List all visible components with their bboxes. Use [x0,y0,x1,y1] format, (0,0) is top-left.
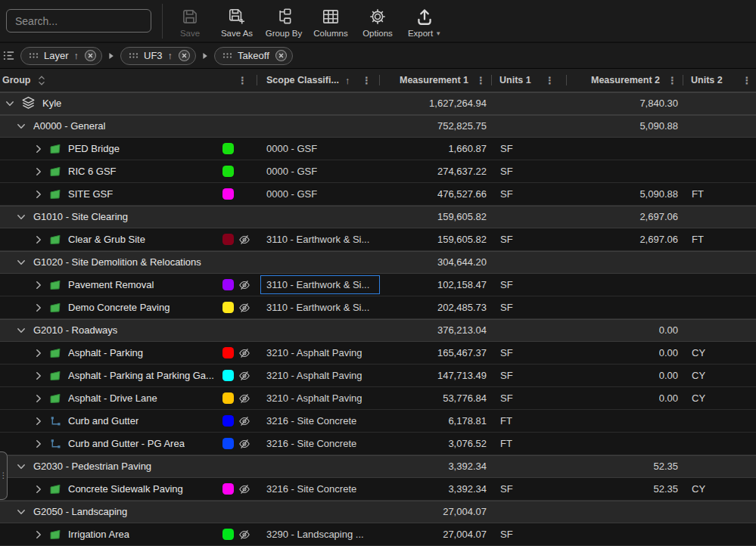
remove-chip-icon[interactable] [275,49,288,62]
color-swatch[interactable] [222,188,234,200]
column-header-group[interactable]: Group ⋮ [0,69,257,92]
eye-off-icon[interactable] [238,370,250,382]
table-row[interactable]: Asphalt - Parking3210 - Asphalt Paving16… [0,342,756,365]
column-header-scope[interactable]: Scope Classifi... ↑ ⋮ [257,69,380,92]
chevron-right-icon[interactable] [33,281,44,290]
color-swatch[interactable] [222,234,234,245]
table-row[interactable]: G2030 - Pedestrian Paving3,392.3452.35 [0,455,756,478]
color-swatch[interactable] [222,415,234,427]
remove-chip-icon[interactable] [84,49,97,62]
chevron-down-icon[interactable] [5,101,15,107]
column-header-measurement1[interactable]: Measurement 1 ⋮ [380,69,492,92]
color-swatch[interactable] [222,347,234,358]
scope-classification-cell[interactable]: 3210 - Asphalt Paving [257,387,380,409]
columns-button[interactable]: Columns [307,4,354,38]
group-chip-layer[interactable]: Layer↑ [20,47,102,65]
column-header-units1[interactable]: Units 1 ⋮ [492,69,567,92]
drag-handle-icon[interactable] [29,52,39,59]
color-swatch[interactable] [222,166,234,177]
color-swatch[interactable] [222,483,234,495]
table-row[interactable]: Asphalt - Parking at Parking Ga...3210 -… [0,365,756,387]
chevron-down-icon[interactable] [16,259,26,265]
chevron-right-icon[interactable] [33,530,44,539]
scope-classification-cell[interactable]: 0000 - GSF [257,138,380,160]
chevron-right-icon[interactable] [33,485,44,494]
table-row[interactable]: G1010 - Site Clearing159,605.822,697.06 [0,206,756,228]
chevron-down-icon[interactable] [16,327,26,333]
scope-classification-cell[interactable]: 3110 - Earthwork & Si... [257,228,380,250]
column-menu-icon[interactable]: ⋮ [543,76,557,85]
group-chip-uf3[interactable]: UF3↑ [120,47,196,65]
column-header-overflow[interactable]: ⋮ [738,69,756,92]
table-row[interactable]: Asphalt - Drive Lane3210 - Asphalt Pavin… [0,387,756,410]
chevron-right-icon[interactable] [33,190,44,199]
chevron-right-icon[interactable] [33,167,44,176]
save-button[interactable]: Save [166,4,213,38]
color-swatch[interactable] [222,392,234,404]
column-header-units2[interactable]: Units 2 [683,69,738,92]
table-row[interactable]: Pavement Removal3110 - Earthwork & Si...… [0,274,756,296]
sort-asc-icon[interactable]: ↑ [74,50,79,61]
column-menu-icon[interactable]: ⋮ [474,76,488,85]
color-swatch[interactable] [222,370,234,381]
column-menu-icon[interactable]: ⋮ [235,76,250,85]
chevron-right-icon[interactable] [33,235,44,244]
table-row[interactable]: Curb and Gutter3216 - Site Concrete6,178… [0,410,756,433]
drag-handle-icon[interactable] [222,52,232,59]
scope-classification-cell[interactable]: 3210 - Asphalt Paving [257,342,380,364]
color-swatch[interactable] [222,143,234,154]
side-panel-handle[interactable]: ⋮ [0,451,8,500]
table-row[interactable]: Curb and Gutter - PG Area3216 - Site Con… [0,433,756,455]
eye-off-icon[interactable] [238,279,250,291]
column-header-measurement2[interactable]: Measurement 2 ⋮ [567,69,683,92]
table-row[interactable]: G1020 - Site Demolition & Relocations304… [0,251,756,274]
group-chip-takeoff[interactable]: Takeoff [214,47,293,65]
table-row[interactable]: Irrigation Area3290 - Landscaping ...27,… [0,523,756,546]
chevron-down-icon[interactable] [16,464,26,470]
scope-classification-cell[interactable]: 3216 - Site Concrete [257,410,380,432]
table-row[interactable]: Clear & Grub Site3110 - Earthwork & Si..… [0,228,756,251]
eye-off-icon[interactable] [238,234,250,246]
scope-classification-cell[interactable]: 3216 - Site Concrete [257,478,380,500]
scope-classification-cell[interactable]: 3290 - Landscaping ... [257,523,380,545]
eye-off-icon[interactable] [238,529,250,541]
color-swatch[interactable] [222,529,234,540]
chevron-right-icon[interactable] [33,371,44,380]
group-by-button[interactable]: Group By [260,4,307,38]
color-swatch[interactable] [222,279,234,290]
drag-handle-icon[interactable] [129,52,138,59]
scope-classification-cell[interactable]: 0000 - GSF [257,160,380,182]
chevron-right-icon[interactable] [33,439,44,448]
scope-classification-cell[interactable]: 3210 - Asphalt Paving [257,365,380,386]
table-row[interactable]: PED Bridge0000 - GSF1,660.87SF [0,138,756,160]
options-button[interactable]: Options [354,4,401,38]
column-menu-icon[interactable]: ⋮ [740,76,754,85]
export-button[interactable]: Export▼ [401,4,448,38]
eye-off-icon[interactable] [238,438,250,450]
search-input[interactable] [6,9,151,33]
table-row[interactable]: Concrete Sidewalk Paving3216 - Site Conc… [0,478,756,501]
column-menu-icon[interactable]: ⋮ [359,76,374,85]
table-row[interactable]: G2010 - Roadways376,213.040.00 [0,319,756,342]
table-row[interactable]: SITE GSF0000 - GSF476,527.66SF5,090.88FT [0,183,756,206]
scope-classification-cell[interactable]: 3110 - Earthwork & Si... [257,296,380,318]
scope-classification-cell[interactable]: 3216 - Site Concrete [257,433,380,454]
eye-off-icon[interactable] [238,392,250,405]
chevron-right-icon[interactable] [33,394,44,403]
table-row[interactable]: RIC 6 GSF0000 - GSF274,637.22SF [0,160,756,183]
chevron-right-icon[interactable] [33,417,44,426]
eye-off-icon[interactable] [238,483,250,495]
color-swatch[interactable] [222,302,234,313]
sort-asc-icon[interactable]: ↑ [168,50,173,61]
color-swatch[interactable] [222,438,234,449]
table-row[interactable]: A0000 - General752,825.755,090.88 [0,115,756,138]
table-row[interactable]: Demo Concrete Paving3110 - Earthwork & S… [0,296,756,319]
chevron-right-icon[interactable] [33,349,44,358]
table-row[interactable]: G2050 - Landscaping27,004.07 [0,501,756,523]
eye-off-icon[interactable] [238,347,250,359]
chevron-down-icon[interactable] [16,509,26,515]
sort-both-icon[interactable] [38,76,45,85]
chevron-down-icon[interactable] [16,123,26,129]
chevron-right-icon[interactable] [33,303,44,312]
eye-off-icon[interactable] [238,415,250,427]
